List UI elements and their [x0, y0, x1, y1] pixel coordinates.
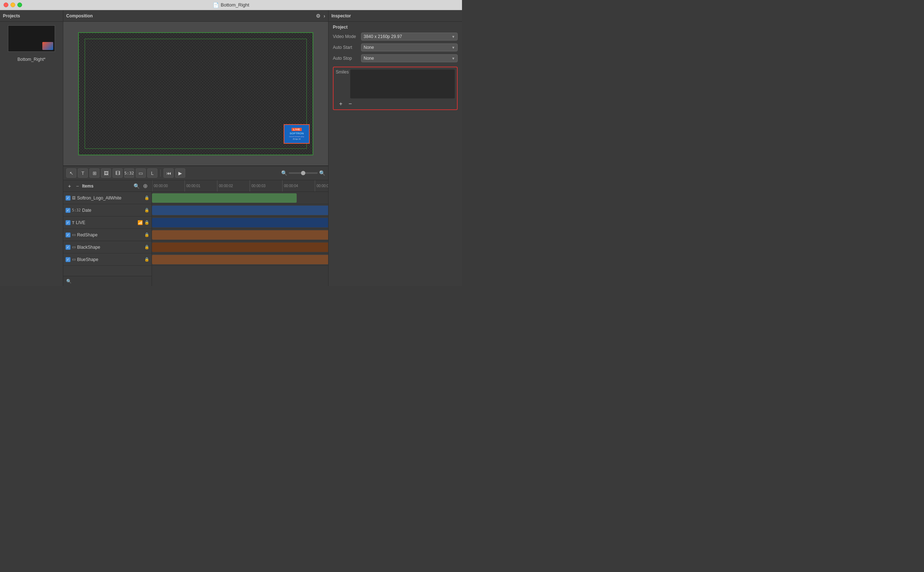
track-row-4[interactable]: [152, 229, 328, 241]
window-title: 📄 Bottom_Right: [213, 2, 249, 8]
auto-start-label: Auto Start: [333, 45, 358, 50]
track-row-5[interactable]: [152, 241, 328, 253]
ruler-tick-4: 00:00:04: [282, 180, 315, 191]
item-name-5: BlackShape: [77, 245, 143, 250]
canvas-safe-area: [85, 39, 307, 149]
video-mode-select[interactable]: 3840 x 2160p 29.97 ▼: [361, 33, 458, 40]
lock-icon-1: 🔒: [144, 196, 149, 200]
l-icon: L: [151, 171, 153, 176]
track-row-3[interactable]: [152, 216, 328, 229]
play-button[interactable]: ▶: [175, 168, 185, 178]
search-items-button[interactable]: 🔍: [133, 182, 140, 190]
l-tool-button[interactable]: L: [147, 168, 157, 178]
title-text: Bottom_Right: [221, 2, 249, 8]
project-thumbnail[interactable]: [8, 25, 55, 52]
transform-tool-button[interactable]: ⊞: [89, 168, 99, 178]
timeline-items-panel: + − Items 🔍 ⊕ ✓ 🖼 Softron_Logo_AllWhite …: [63, 180, 152, 286]
item-checkbox-6[interactable]: ✓: [65, 257, 71, 262]
zoom-in-icon[interactable]: 🔍: [319, 170, 325, 176]
timecode-button[interactable]: 5:32: [124, 168, 134, 178]
smiles-add-button[interactable]: +: [337, 101, 344, 107]
ruler-tick-1: 00:00:01: [184, 180, 217, 191]
ruler-tick-2: 00:00:02: [217, 180, 250, 191]
options-items-button[interactable]: ⊕: [141, 182, 149, 190]
auto-stop-select[interactable]: None ▼: [361, 54, 458, 62]
prev-frame-button[interactable]: ⏮: [164, 168, 174, 178]
center-panel: Composition ⚙ › LIVE SOFTRON record stre…: [63, 10, 328, 286]
timecode-type-icon: 5:32: [72, 208, 81, 212]
close-button[interactable]: [4, 3, 8, 7]
text-icon: T: [81, 171, 84, 176]
composition-area: Composition ⚙ › LIVE SOFTRON record stre…: [63, 10, 328, 166]
item-checkbox-2[interactable]: ✓: [65, 208, 71, 213]
logo-brand-text: SOFTRON: [290, 132, 304, 135]
track-row-empty: [152, 266, 328, 286]
smiles-label: Smiles: [336, 70, 349, 97]
inspector-header: Inspector: [329, 10, 462, 22]
timeline-item-row[interactable]: ✓ ▭ BlueShape 🔒: [63, 253, 152, 266]
wifi-icon: 📶: [138, 220, 143, 225]
play-icon: ▶: [178, 171, 182, 176]
smiles-remove-button[interactable]: −: [347, 101, 354, 107]
item-checkbox-3[interactable]: ✓: [65, 220, 71, 225]
text-tool-button[interactable]: T: [78, 168, 88, 178]
shape-type-icon-6: ▭: [72, 257, 76, 262]
app-body: Projects Bottom_Right* Composition ⚙ › L…: [0, 10, 462, 286]
timeline-item-row[interactable]: ✓ ▭ RedShape 🔒: [63, 229, 152, 241]
track-bar-1: [152, 193, 297, 203]
select-tool-button[interactable]: ↖: [66, 168, 76, 178]
smiles-content: [350, 70, 455, 98]
timeline-tracks: 00:00:00 00:00:01 00:00:02 00:00:03 00:0…: [152, 180, 328, 286]
zoom-thumb: [301, 171, 305, 175]
video-mode-row: Video Mode 3840 x 2160p 29.97 ▼: [329, 31, 462, 42]
track-row-6[interactable]: [152, 253, 328, 266]
auto-stop-row: Auto Stop None ▼: [329, 53, 462, 64]
timecode-icon: 5:32: [124, 171, 134, 176]
item-checkbox-5[interactable]: ✓: [65, 245, 71, 250]
traffic-lights: [4, 3, 22, 7]
item-name-6: BlueShape: [77, 257, 143, 262]
remove-track-button[interactable]: −: [74, 183, 81, 189]
composition-header: Composition ⚙ ›: [63, 10, 328, 22]
auto-start-select[interactable]: None ▼: [361, 44, 458, 51]
track-row-2[interactable]: [152, 204, 328, 216]
auto-start-value: None: [364, 45, 374, 50]
composition-label: Composition: [66, 13, 93, 19]
projects-header: Projects: [0, 10, 63, 22]
timeline-bottom: 🔍: [63, 276, 152, 286]
timeline-item-row[interactable]: ✓ 5:32 Date 🔒: [63, 204, 152, 216]
settings-button[interactable]: ⚙: [316, 13, 321, 19]
item-checkbox-4[interactable]: ✓: [65, 232, 71, 238]
timeline-item-row[interactable]: ✓ 🖼 Softron_Logo_AllWhite 🔒: [63, 192, 152, 204]
timeline-ruler: 00:00:00 00:00:01 00:00:02 00:00:03 00:0…: [152, 180, 328, 192]
maximize-button[interactable]: [17, 3, 22, 7]
timeline-items-header: + − Items 🔍 ⊕: [63, 180, 152, 192]
smiles-container: Smiles + −: [333, 67, 458, 110]
image-tool-button[interactable]: 🖼: [101, 168, 111, 178]
shape-type-icon-4: ▭: [72, 232, 76, 237]
item-checkbox-1[interactable]: ✓: [65, 196, 71, 201]
video-mode-label: Video Mode: [333, 34, 358, 39]
video-mode-arrow: ▼: [451, 35, 455, 39]
smiles-controls: + −: [336, 101, 455, 107]
minimize-button[interactable]: [11, 3, 15, 7]
timeline-item-row[interactable]: ✓ ▭ BlackShape 🔒: [63, 241, 152, 253]
items-label: Items: [82, 183, 131, 189]
film-tool-button[interactable]: 🎞: [113, 168, 122, 178]
zoom-slider[interactable]: [289, 173, 318, 174]
track-bar-4: [152, 230, 328, 240]
add-track-button[interactable]: +: [66, 183, 73, 189]
zoom-out-icon[interactable]: 🔍: [281, 170, 287, 176]
toolbar-right: 🔍 🔍: [281, 170, 325, 176]
prev-icon: ⏮: [166, 171, 171, 176]
zoom-timeline-icon[interactable]: 🔍: [66, 279, 71, 284]
logo-live-text: LIVE: [291, 128, 302, 131]
composition-canvas[interactable]: LIVE SOFTRON record stream play 25 Apr 2…: [63, 22, 328, 165]
track-bar-3: [152, 218, 328, 227]
timeline-item-row[interactable]: ✓ T LIVE 📶 🔒: [63, 216, 152, 229]
track-row-1[interactable]: [152, 192, 328, 204]
toolbar-separator-1: [160, 169, 161, 177]
track-bar-6: [152, 255, 328, 264]
arrow-icon: ↖: [70, 171, 73, 176]
rectangle-tool-button[interactable]: ▭: [136, 168, 146, 178]
